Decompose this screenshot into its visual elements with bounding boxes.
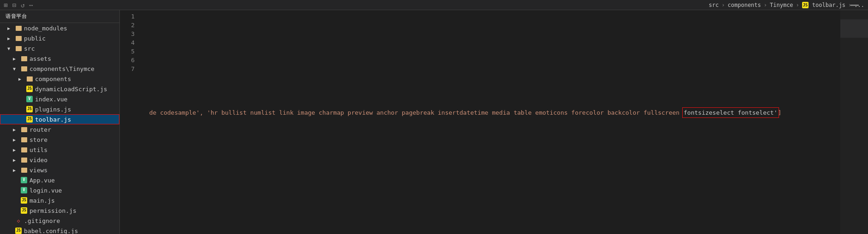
sidebar-item-video[interactable]: ▶ video — [0, 155, 119, 165]
vue-file-icon: V — [20, 187, 28, 194]
line-numbers: 1 2 3 4 5 6 7 — [120, 12, 142, 213]
sidebar-item-babel.config.js[interactable]: JSbabel.config.js — [0, 226, 119, 234]
tree-item-label: node_modules — [24, 25, 67, 32]
folder-icon — [20, 65, 28, 72]
minimap-viewport — [840, 19, 868, 38]
sidebar-item-assets[interactable]: ▶ assets — [0, 53, 119, 64]
folder-icon — [20, 166, 28, 174]
js-file-icon: JS — [15, 227, 22, 234]
tree-item-label: index.vue — [35, 96, 67, 103]
folder-icon — [20, 146, 28, 153]
breadcrumb: src › components › Tinymce › JS toolbar.… — [709, 2, 864, 8]
breadcrumb-src[interactable]: src — [709, 2, 719, 8]
minimap-icon[interactable]: ▬▬▬ — [850, 2, 859, 7]
js-file-icon: JS — [20, 207, 28, 214]
code-line-5 — [142, 135, 859, 143]
chevron-icon: ▶ — [7, 36, 15, 41]
sidebar: 语音平台 ▶ node_modules▶ public▼ src▶ assets… — [0, 10, 120, 234]
sidebar-item-index.vue[interactable]: Vindex.vue — [0, 94, 119, 104]
tree-item-label: assets — [30, 55, 51, 62]
tree-item-label: views — [30, 167, 47, 174]
chevron-icon: ▶ — [13, 168, 20, 173]
more-options-icon[interactable]: ⋯ — [29, 1, 33, 9]
editor-area[interactable]: 1 2 3 4 5 6 7 de codesample', 'hr bullis… — [120, 10, 868, 234]
js-file-icon: JS — [26, 105, 33, 113]
vue-file-icon: V — [26, 95, 33, 103]
tree-item-label: dynamicLoadScript.js — [35, 86, 107, 93]
reload-icon[interactable]: ↺ — [21, 1, 24, 9]
sidebar-title: 语音平台 — [6, 13, 27, 20]
sidebar-item-utils[interactable]: ▶ utils — [0, 145, 119, 155]
sidebar-item-components-tinymce[interactable]: ▼ components\Tinymce — [0, 64, 119, 74]
js-file-icon: JS — [26, 116, 33, 123]
code-content: de codesample', 'hr bullist numlist link… — [142, 12, 868, 213]
folder-icon — [20, 55, 28, 62]
folder-icon — [15, 35, 22, 42]
sidebar-item-components[interactable]: ▶ components — [0, 74, 119, 84]
code-line4-highlighted: fontsizeselect fontselect' — [683, 108, 778, 117]
code-line-2 — [142, 56, 859, 64]
sidebar-item-login.vue[interactable]: Vlogin.vue — [0, 185, 119, 195]
js-file-icon: JS — [20, 197, 28, 204]
chevron-icon: ▶ — [13, 127, 20, 132]
folder-icon — [20, 156, 28, 164]
code-line-7 — [142, 187, 859, 196]
vue-file-icon: V — [20, 176, 28, 184]
tree-item-label: components — [35, 76, 71, 82]
tree-item-label: video — [30, 157, 47, 164]
sidebar-item-App.vue[interactable]: VApp.vue — [0, 175, 119, 185]
chevron-icon: ▶ — [18, 76, 26, 82]
sidebar-header: 语音平台 — [0, 10, 119, 23]
code-line4-before: de codesample', 'hr bullist numlist link… — [142, 108, 683, 117]
folder-icon — [20, 136, 28, 143]
top-bar: ⊞ ⊟ ↺ ⋯ src › components › Tinymce › JS … — [0, 0, 868, 10]
tree-item-label: plugins.js — [35, 106, 71, 113]
toggle-editor-icon[interactable]: ⊟ — [12, 1, 16, 9]
chevron-icon: ▼ — [13, 66, 20, 71]
sidebar-item-permission.js[interactable]: JSpermission.js — [0, 205, 119, 216]
split-editor-icon[interactable]: ⊞ — [4, 1, 7, 9]
minimap — [840, 10, 868, 234]
sidebar-item-public[interactable]: ▶ public — [0, 33, 119, 43]
tree-item-label: permission.js — [30, 207, 77, 214]
code-line-1 — [142, 29, 859, 38]
tree-item-label: App.vue — [30, 177, 55, 184]
sidebar-item-plugins.js[interactable]: JSplugins.js — [0, 104, 119, 114]
breadcrumb-toolbar[interactable]: toolbar.js — [812, 2, 845, 8]
tree-item-label: store — [30, 136, 47, 143]
sidebar-item-.gitignore[interactable]: ◇.gitignore — [0, 216, 119, 226]
folder-icon — [15, 45, 22, 52]
chevron-icon: ▶ — [13, 137, 20, 142]
chevron-icon: ▶ — [7, 26, 15, 31]
git-icon: ◇ — [15, 217, 22, 224]
breadcrumb-components[interactable]: components — [728, 2, 761, 8]
js-file-icon: JS — [26, 85, 33, 93]
chevron-icon: ▼ — [7, 46, 15, 51]
code-line-6 — [142, 161, 859, 170]
code-line-3 — [142, 82, 859, 91]
chevron-icon: ▶ — [13, 56, 20, 61]
folder-icon — [26, 75, 33, 82]
chevron-icon: ▶ — [13, 147, 20, 152]
sidebar-item-dynamicLoadScript[interactable]: JSdynamicLoadScript.js — [0, 84, 119, 94]
editor-content: 1 2 3 4 5 6 7 de codesample', 'hr bullis… — [120, 10, 868, 213]
folder-icon — [20, 126, 28, 133]
tree-item-label: public — [24, 35, 46, 42]
sidebar-item-src[interactable]: ▼ src — [0, 43, 119, 53]
sidebar-item-main.js[interactable]: JSmain.js — [0, 195, 119, 205]
breadcrumb-tinymce[interactable]: Tinymce — [770, 2, 793, 8]
sidebar-item-views[interactable]: ▶ views — [0, 165, 119, 175]
sidebar-item-store[interactable]: ▶ store — [0, 135, 119, 145]
main-layout: 语音平台 ▶ node_modules▶ public▼ src▶ assets… — [0, 10, 868, 234]
tree-item-label: router — [30, 126, 51, 133]
tree-item-label: src — [24, 45, 35, 52]
js-icon: JS — [802, 2, 809, 8]
tree-item-label: main.js — [30, 197, 55, 204]
tree-item-label: login.vue — [30, 187, 62, 194]
code-line-4: de codesample', 'hr bullist numlist link… — [142, 108, 859, 117]
sidebar-item-node_modules[interactable]: ▶ node_modules — [0, 23, 119, 33]
tree-item-label: toolbar.js — [35, 116, 71, 123]
sidebar-item-toolbar.js[interactable]: JStoolbar.js — [0, 114, 119, 124]
folder-icon — [15, 24, 22, 32]
sidebar-item-router[interactable]: ▶ router — [0, 124, 119, 135]
